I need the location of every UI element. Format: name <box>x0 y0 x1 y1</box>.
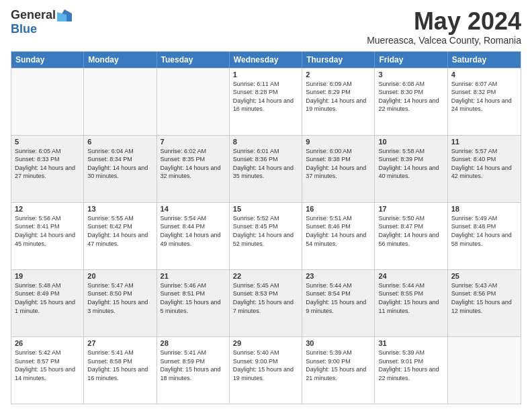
cal-cell-day-13: 13Sunrise: 5:55 AMSunset: 8:42 PMDayligh… <box>84 203 157 269</box>
day-info: Sunrise: 6:07 AMSunset: 8:32 PMDaylight:… <box>451 80 517 113</box>
cal-cell-day-2: 2Sunrise: 6:09 AMSunset: 8:29 PMDaylight… <box>302 68 375 135</box>
cal-cell-day-24: 24Sunrise: 5:44 AMSunset: 8:55 PMDayligh… <box>375 270 447 336</box>
day-info: Sunrise: 5:45 AMSunset: 8:53 PMDaylight:… <box>233 281 298 315</box>
calendar-week-5: 26Sunrise: 5:42 AMSunset: 8:57 PMDayligh… <box>11 336 521 404</box>
cal-header-wednesday: Wednesday <box>230 52 302 68</box>
day-number: 28 <box>161 339 226 347</box>
day-info: Sunrise: 5:43 AMSunset: 8:56 PMDaylight:… <box>451 281 517 315</box>
cal-cell-day-25: 25Sunrise: 5:43 AMSunset: 8:56 PMDayligh… <box>448 270 521 336</box>
day-info: Sunrise: 5:49 AMSunset: 8:48 PMDaylight:… <box>451 214 517 248</box>
day-number: 7 <box>161 138 226 146</box>
cal-cell-empty <box>157 68 230 135</box>
day-info: Sunrise: 6:01 AMSunset: 8:36 PMDaylight:… <box>233 147 298 181</box>
cal-cell-day-7: 7Sunrise: 6:02 AMSunset: 8:35 PMDaylight… <box>157 136 230 202</box>
day-number: 12 <box>15 205 80 213</box>
day-info: Sunrise: 5:39 AMSunset: 9:01 PMDaylight:… <box>378 349 443 382</box>
day-info: Sunrise: 6:05 AMSunset: 8:33 PMDaylight:… <box>15 147 80 181</box>
day-info: Sunrise: 5:56 AMSunset: 8:41 PMDaylight:… <box>15 214 80 248</box>
day-number: 1 <box>233 71 298 79</box>
cal-cell-day-22: 22Sunrise: 5:45 AMSunset: 8:53 PMDayligh… <box>230 270 302 336</box>
cal-header-sunday: Sunday <box>11 52 84 68</box>
day-number: 2 <box>306 71 371 79</box>
day-number: 4 <box>451 71 517 79</box>
title-area: May 2024 Muereasca, Valcea County, Roman… <box>367 8 521 46</box>
cal-cell-day-5: 5Sunrise: 6:05 AMSunset: 8:33 PMDaylight… <box>11 136 84 202</box>
day-info: Sunrise: 6:09 AMSunset: 8:29 PMDaylight:… <box>306 80 371 113</box>
day-info: Sunrise: 5:44 AMSunset: 8:55 PMDaylight:… <box>378 281 443 315</box>
day-number: 10 <box>378 138 443 146</box>
cal-cell-day-6: 6Sunrise: 6:04 AMSunset: 8:34 PMDaylight… <box>84 136 157 202</box>
cal-cell-day-9: 9Sunrise: 6:00 AMSunset: 8:38 PMDaylight… <box>302 136 375 202</box>
cal-cell-day-8: 8Sunrise: 6:01 AMSunset: 8:36 PMDaylight… <box>230 136 302 202</box>
day-number: 26 <box>15 339 80 347</box>
day-number: 6 <box>87 138 152 146</box>
cal-cell-day-19: 19Sunrise: 5:48 AMSunset: 8:49 PMDayligh… <box>11 270 84 336</box>
day-info: Sunrise: 5:55 AMSunset: 8:42 PMDaylight:… <box>87 214 152 248</box>
cal-cell-day-23: 23Sunrise: 5:44 AMSunset: 8:54 PMDayligh… <box>302 270 375 336</box>
cal-cell-day-12: 12Sunrise: 5:56 AMSunset: 8:41 PMDayligh… <box>11 203 84 269</box>
day-number: 27 <box>87 339 152 347</box>
cal-cell-day-11: 11Sunrise: 5:57 AMSunset: 8:40 PMDayligh… <box>448 136 521 202</box>
day-info: Sunrise: 5:54 AMSunset: 8:44 PMDaylight:… <box>161 214 226 248</box>
day-number: 3 <box>378 71 443 79</box>
day-info: Sunrise: 5:52 AMSunset: 8:45 PMDaylight:… <box>233 214 298 248</box>
calendar-week-4: 19Sunrise: 5:48 AMSunset: 8:49 PMDayligh… <box>11 269 521 336</box>
header: General Blue May 2024 Muereasca, Valcea … <box>11 8 521 46</box>
cal-header-saturday: Saturday <box>448 52 521 68</box>
day-number: 20 <box>87 272 152 280</box>
day-number: 31 <box>378 339 443 347</box>
cal-cell-empty <box>84 68 157 135</box>
logo-general-text: General <box>11 8 56 22</box>
cal-cell-day-16: 16Sunrise: 5:51 AMSunset: 8:46 PMDayligh… <box>302 203 375 269</box>
day-info: Sunrise: 6:00 AMSunset: 8:38 PMDaylight:… <box>306 147 371 181</box>
day-info: Sunrise: 5:48 AMSunset: 8:49 PMDaylight:… <box>15 281 80 315</box>
cal-cell-day-21: 21Sunrise: 5:46 AMSunset: 8:51 PMDayligh… <box>157 270 230 336</box>
day-info: Sunrise: 6:04 AMSunset: 8:34 PMDaylight:… <box>87 147 152 181</box>
calendar: SundayMondayTuesdayWednesdayThursdayFrid… <box>11 51 521 404</box>
day-number: 18 <box>451 205 517 213</box>
cal-cell-day-27: 27Sunrise: 5:41 AMSunset: 8:58 PMDayligh… <box>84 337 157 404</box>
day-number: 22 <box>233 272 298 280</box>
cal-cell-day-1: 1Sunrise: 6:11 AMSunset: 8:28 PMDaylight… <box>230 68 302 135</box>
location-subtitle: Muereasca, Valcea County, Romania <box>367 35 521 46</box>
cal-cell-day-17: 17Sunrise: 5:50 AMSunset: 8:47 PMDayligh… <box>375 203 447 269</box>
calendar-week-1: 1Sunrise: 6:11 AMSunset: 8:28 PMDaylight… <box>11 68 521 135</box>
day-info: Sunrise: 5:47 AMSunset: 8:50 PMDaylight:… <box>87 281 152 315</box>
day-number: 16 <box>306 205 371 213</box>
cal-cell-empty <box>11 68 84 135</box>
day-info: Sunrise: 5:41 AMSunset: 8:59 PMDaylight:… <box>161 349 226 382</box>
day-info: Sunrise: 5:46 AMSunset: 8:51 PMDaylight:… <box>161 281 226 315</box>
day-info: Sunrise: 5:39 AMSunset: 9:00 PMDaylight:… <box>306 349 371 382</box>
day-info: Sunrise: 5:44 AMSunset: 8:54 PMDaylight:… <box>306 281 371 315</box>
month-title: May 2024 <box>367 8 521 35</box>
cal-cell-day-20: 20Sunrise: 5:47 AMSunset: 8:50 PMDayligh… <box>84 270 157 336</box>
day-info: Sunrise: 5:41 AMSunset: 8:58 PMDaylight:… <box>87 349 152 382</box>
day-number: 19 <box>15 272 80 280</box>
cal-cell-day-29: 29Sunrise: 5:40 AMSunset: 9:00 PMDayligh… <box>230 337 302 404</box>
day-info: Sunrise: 5:50 AMSunset: 8:47 PMDaylight:… <box>378 214 443 248</box>
cal-cell-day-3: 3Sunrise: 6:08 AMSunset: 8:30 PMDaylight… <box>375 68 447 135</box>
cal-cell-day-10: 10Sunrise: 5:58 AMSunset: 8:39 PMDayligh… <box>375 136 447 202</box>
day-number: 25 <box>451 272 517 280</box>
day-number: 11 <box>451 138 517 146</box>
day-number: 5 <box>15 138 80 146</box>
day-info: Sunrise: 6:08 AMSunset: 8:30 PMDaylight:… <box>378 80 443 113</box>
logo-icon <box>57 9 72 21</box>
cal-cell-day-26: 26Sunrise: 5:42 AMSunset: 8:57 PMDayligh… <box>11 337 84 404</box>
cal-cell-day-15: 15Sunrise: 5:52 AMSunset: 8:45 PMDayligh… <box>230 203 302 269</box>
cal-header-tuesday: Tuesday <box>157 52 230 68</box>
day-info: Sunrise: 5:40 AMSunset: 9:00 PMDaylight:… <box>233 349 298 382</box>
day-number: 30 <box>306 339 371 347</box>
day-info: Sunrise: 6:11 AMSunset: 8:28 PMDaylight:… <box>233 80 298 113</box>
calendar-week-2: 5Sunrise: 6:05 AMSunset: 8:33 PMDaylight… <box>11 135 521 202</box>
cal-cell-empty <box>448 337 521 404</box>
day-number: 13 <box>87 205 152 213</box>
cal-header-monday: Monday <box>84 52 157 68</box>
day-info: Sunrise: 6:02 AMSunset: 8:35 PMDaylight:… <box>161 147 226 181</box>
cal-header-friday: Friday <box>375 52 447 68</box>
day-number: 23 <box>306 272 371 280</box>
day-number: 9 <box>306 138 371 146</box>
day-info: Sunrise: 5:58 AMSunset: 8:39 PMDaylight:… <box>378 147 443 181</box>
calendar-header-row: SundayMondayTuesdayWednesdayThursdayFrid… <box>11 52 521 68</box>
day-number: 24 <box>378 272 443 280</box>
